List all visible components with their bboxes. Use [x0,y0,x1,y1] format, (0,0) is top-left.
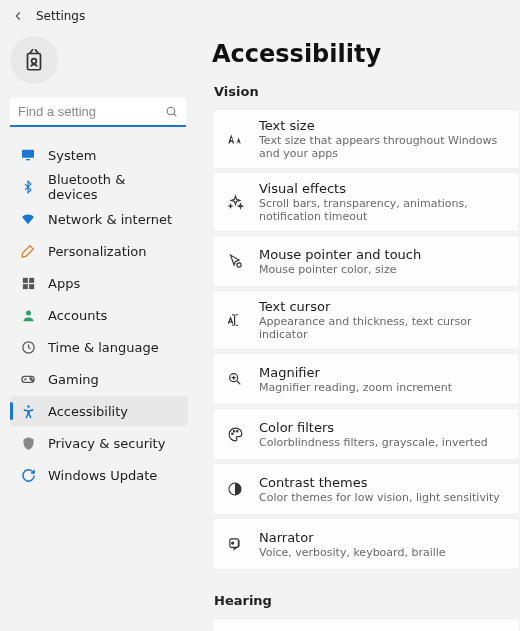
search-box[interactable] [10,98,186,127]
sidebar-item-label: System [48,148,96,163]
app-title: Settings [36,9,85,23]
sidebar-item-system[interactable]: System [10,140,188,170]
tile-contrast-themes[interactable]: Contrast themesColor themes for low visi… [212,463,520,515]
sidebar-item-gaming[interactable]: Gaming [10,364,188,394]
sidebar-item-update[interactable]: Windows Update [10,460,188,490]
tile-subtitle: Appearance and thickness, text cursor in… [259,315,507,341]
search-input[interactable] [10,98,186,127]
tile-subtitle: Scroll bars, transparency, animations, n… [259,197,507,223]
tile-title: Narrator [259,530,446,545]
sparkle-icon [225,192,245,212]
tile-title: Mouse pointer and touch [259,247,421,262]
sidebar-item-bluetooth[interactable]: Bluetooth & devices [10,172,188,202]
monitor-icon [20,147,36,163]
svg-rect-0 [28,54,41,70]
main-content: Accessibility VisionText sizeText size t… [194,28,520,631]
tile-subtitle: Mouse pointer color, size [259,263,421,276]
narrator-icon [225,534,245,554]
svg-point-2 [167,107,175,115]
cursor-icon [225,310,245,330]
section-label: Hearing [214,593,520,608]
sidebar-item-network[interactable]: Network & internet [10,204,188,234]
section-label: Vision [214,84,520,99]
tile-subtitle: Colorblindness filters, grayscale, inver… [259,436,488,449]
brush-icon [20,243,36,259]
svg-point-14 [27,405,30,408]
svg-rect-5 [22,277,27,282]
tile-text-size[interactable]: Text sizeText size that appears througho… [212,109,520,169]
accessibility-icon [20,403,36,419]
wifi-icon [20,211,36,227]
sidebar-item-accessibility[interactable]: Accessibility [10,396,188,426]
svg-point-18 [233,430,234,431]
svg-rect-3 [22,150,34,158]
avatar[interactable] [10,36,58,84]
svg-rect-8 [29,284,34,289]
tile-subtitle: Color themes for low vision, light sensi… [259,491,500,504]
svg-rect-7 [22,284,27,289]
tile-color-filters[interactable]: Color filtersColorblindness filters, gra… [212,408,520,460]
sidebar-item-accounts[interactable]: Accounts [10,300,188,330]
sidebar-item-time[interactable]: Time & language [10,332,188,362]
sidebar-item-label: Accounts [48,308,107,323]
sidebar-item-label: Time & language [48,340,159,355]
tile-audio[interactable]: AudioMono audio, audio notifications [212,618,520,631]
svg-point-19 [236,430,237,431]
tile-subtitle: Text size that appears throughout Window… [259,134,507,160]
tile-mouse-pointer-and-touch[interactable]: Mouse pointer and touchMouse pointer col… [212,235,520,287]
magnifier-icon [225,369,245,389]
sidebar-item-privacy[interactable]: Privacy & security [10,428,188,458]
sidebar-item-label: Gaming [48,372,99,387]
svg-point-22 [231,542,233,544]
svg-point-9 [26,310,31,315]
tile-magnifier[interactable]: MagnifierMagnifier reading, zoom increme… [212,353,520,405]
sidebar-item-label: Accessibility [48,404,128,419]
tile-visual-effects[interactable]: Visual effectsScroll bars, transparency,… [212,172,520,232]
bluetooth-icon [20,179,36,195]
sidebar-item-label: Windows Update [48,468,157,483]
window-header: Settings [0,0,520,28]
tile-subtitle: Magnifier reading, zoom increment [259,381,452,394]
sidebar-item-personalization[interactable]: Personalization [10,236,188,266]
back-icon[interactable] [10,8,26,24]
pointer-icon [225,251,245,271]
svg-point-13 [31,379,32,380]
tile-subtitle: Voice, verbosity, keyboard, braille [259,546,446,559]
shield-icon [20,435,36,451]
tile-title: Visual effects [259,181,507,196]
tile-title: Text size [259,118,507,133]
tile-title: Magnifier [259,365,452,380]
sidebar-item-label: Bluetooth & devices [48,172,178,202]
tile-narrator[interactable]: NarratorVoice, verbosity, keyboard, brai… [212,518,520,570]
clock-icon [20,339,36,355]
svg-point-15 [236,262,240,266]
svg-rect-6 [29,277,34,282]
person-icon [20,307,36,323]
gamepad-icon [20,371,36,387]
tile-title: Color filters [259,420,488,435]
palette-icon [225,424,245,444]
sidebar-item-apps[interactable]: Apps [10,268,188,298]
textsize-icon [225,129,245,149]
contrast-icon [225,479,245,499]
svg-point-1 [32,59,37,64]
apps-icon [20,275,36,291]
tile-title: Text cursor [259,299,507,314]
svg-rect-4 [26,159,30,160]
svg-point-17 [231,433,232,434]
sidebar-item-label: Apps [48,276,80,291]
sidebar-item-label: Privacy & security [48,436,165,451]
sidebar-item-label: Personalization [48,244,147,259]
search-icon [165,105,178,121]
tile-text-cursor[interactable]: Text cursorAppearance and thickness, tex… [212,290,520,350]
sidebar: SystemBluetooth & devicesNetwork & inter… [0,28,194,631]
sidebar-item-label: Network & internet [48,212,172,227]
page-title: Accessibility [212,40,520,68]
update-icon [20,467,36,483]
nav-list: SystemBluetooth & devicesNetwork & inter… [8,139,190,491]
tile-title: Contrast themes [259,475,500,490]
